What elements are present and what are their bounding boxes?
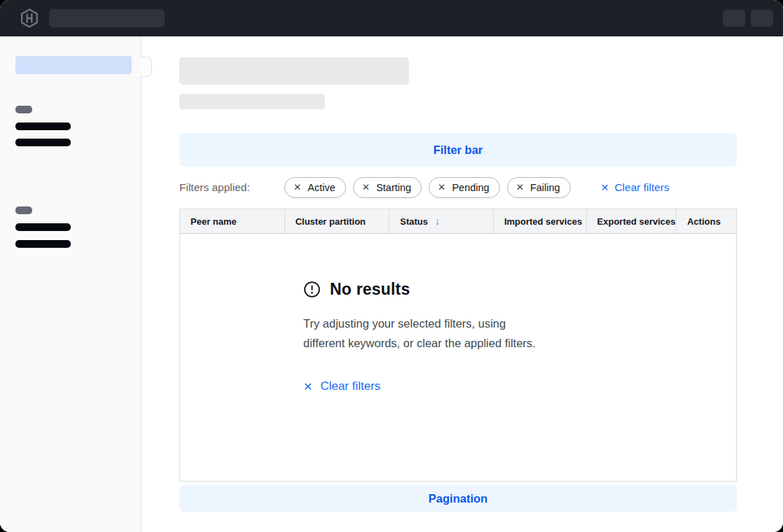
pagination-banner-label: Pagination (429, 492, 487, 505)
pagination-banner: Pagination (179, 485, 737, 512)
column-header-label: Imported services (504, 216, 582, 227)
table-body: No results Try adjusting your selected f… (180, 234, 736, 481)
filter-pill-label: Failing (530, 182, 560, 193)
filter-pill-label: Pending (452, 182, 489, 193)
column-header-actions[interactable]: Actions (677, 209, 736, 233)
sidebar-toggle-handle[interactable] (141, 57, 152, 77)
empty-state-description-line: different keywords, or clear the applied… (303, 333, 536, 353)
column-header-cluster-partition[interactable]: Cluster partition (285, 209, 390, 233)
filter-pills: ✕Active✕Starting✕Pending✕Failing (284, 177, 578, 198)
empty-state-description: Try adjusting your selected filters, usi… (303, 314, 536, 353)
arrow-down-icon: ↓ (435, 216, 440, 227)
column-header-label: Status (400, 216, 428, 227)
filter-pill-pending[interactable]: ✕Pending (429, 177, 500, 198)
empty-state-description-line: Try adjusting your selected filters, usi… (303, 314, 536, 333)
empty-state-clear-filters-label: Clear filters (320, 379, 380, 393)
x-icon: ✕ (303, 380, 312, 393)
page-subtitle-skeleton (179, 94, 325, 109)
app-window: Filter bar Filters applied: ✕Active✕Star… (0, 0, 783, 532)
empty-state-title: No results (330, 280, 410, 299)
filter-pill-failing[interactable]: ✕Failing (507, 177, 571, 198)
sidebar-section-label-skeleton (15, 206, 32, 214)
sidebar-link-skeleton[interactable] (15, 240, 71, 248)
x-icon: ✕ (438, 183, 445, 192)
filter-bar-banner: Filter bar (179, 133, 737, 167)
x-icon: ✕ (601, 182, 609, 193)
column-header-status[interactable]: Status↓ (389, 209, 494, 233)
sidebar-link-skeleton[interactable] (15, 122, 71, 130)
nav-button-placeholder-2[interactable] (751, 10, 773, 27)
empty-state: No results Try adjusting your selected f… (303, 280, 536, 393)
sidebar-link-skeleton[interactable] (15, 223, 71, 231)
filter-pill-label: Starting (376, 182, 411, 193)
table-header-row: Peer nameCluster partitionStatus↓Importe… (180, 209, 736, 234)
hashicorp-logo-icon (20, 8, 39, 28)
empty-state-clear-filters-link[interactable]: ✕ Clear filters (303, 379, 380, 393)
column-header-peer-name[interactable]: Peer name (180, 209, 285, 233)
clear-filters-label: Clear filters (614, 181, 669, 194)
filter-pill-label: Active (307, 182, 335, 193)
x-icon: ✕ (516, 183, 524, 192)
filter-bar-banner-label: Filter bar (434, 144, 483, 157)
sidebar (0, 36, 141, 532)
column-header-label: Cluster partition (296, 216, 366, 227)
peers-table: Peer nameCluster partitionStatus↓Importe… (179, 209, 737, 482)
column-header-label: Exported services (597, 216, 676, 227)
main-content: Filter bar Filters applied: ✕Active✕Star… (142, 36, 783, 532)
x-icon: ✕ (293, 183, 301, 192)
sidebar-section-label-skeleton (15, 106, 32, 113)
search-input-placeholder[interactable] (49, 9, 165, 27)
alert-circle-icon (303, 281, 321, 298)
filter-pill-active[interactable]: ✕Active (284, 177, 346, 198)
page-title-skeleton (179, 57, 409, 85)
filter-pill-starting[interactable]: ✕Starting (353, 177, 422, 198)
top-nav (0, 0, 783, 36)
x-icon: ✕ (362, 183, 370, 192)
column-header-label: Peer name (190, 216, 237, 227)
sidebar-active-item-skeleton[interactable] (15, 56, 132, 74)
empty-state-heading: No results (303, 280, 536, 299)
column-header-imported-services[interactable]: Imported services (494, 209, 587, 233)
applied-filters-row: Filters applied: ✕Active✕Starting✕Pendin… (179, 177, 737, 198)
clear-filters-link[interactable]: ✕ Clear filters (601, 181, 670, 194)
nav-button-placeholder-1[interactable] (723, 10, 745, 27)
filters-applied-label: Filters applied: (179, 181, 284, 194)
column-header-label: Actions (687, 216, 721, 227)
sidebar-link-skeleton[interactable] (15, 139, 71, 146)
column-header-exported-services[interactable]: Exported services (587, 209, 677, 233)
